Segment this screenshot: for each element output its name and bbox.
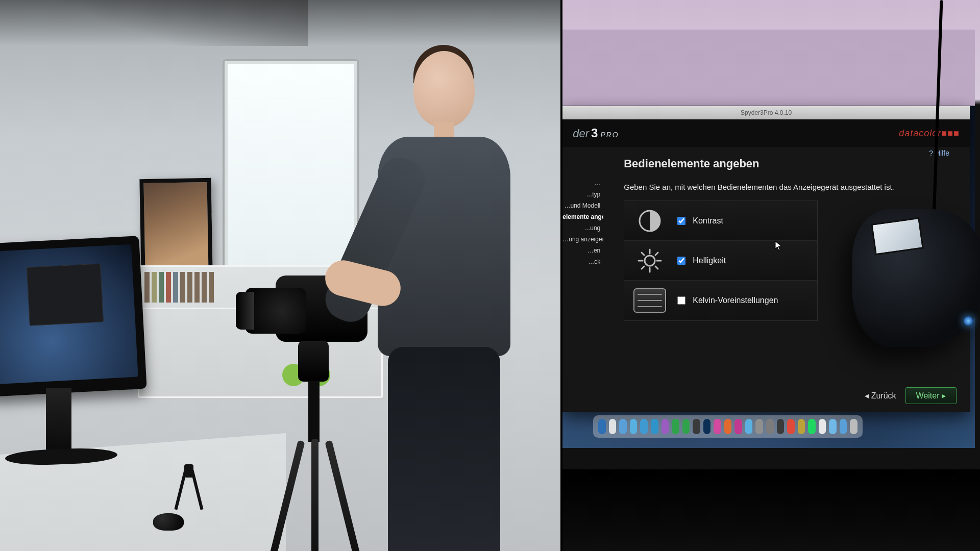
tripod-head [298, 341, 329, 382]
mouse [153, 513, 184, 531]
wizard-nav: ◂ Zurück Weiter ▸ [865, 387, 957, 404]
option-row-kelvin: Kelvin-Voreinstellungen [624, 281, 817, 320]
dock-app-icon[interactable] [630, 419, 638, 434]
kelvin-preset-icon [633, 287, 666, 314]
tripod-leg [263, 440, 305, 551]
option-row-kontrast: Kontrast [624, 201, 817, 241]
back-button[interactable]: ◂ Zurück [865, 391, 896, 400]
monitor-bottom-bezel [562, 469, 980, 551]
spyder-colorimeter [852, 209, 980, 347]
presenter [368, 51, 510, 546]
brand-suffix: PRO [600, 131, 619, 139]
controls-panel: Kontrast [624, 201, 818, 321]
dock-app-icon[interactable] [598, 419, 606, 434]
dock-app-icon[interactable] [693, 419, 700, 434]
svg-point-1 [645, 256, 655, 266]
dock-app-icon[interactable] [777, 419, 785, 434]
back-button-label: Zurück [871, 391, 896, 400]
wizard-step[interactable]: …ung [562, 222, 603, 234]
dock-app-icon[interactable] [724, 419, 732, 434]
kontrast-checkbox-input[interactable] [677, 217, 685, 225]
brand-number: 3 [591, 126, 598, 140]
wizard-step[interactable]: … [562, 178, 603, 189]
dock-app-icon[interactable] [734, 419, 742, 434]
next-button[interactable]: Weiter ▸ [905, 387, 957, 404]
kontrast-checkbox[interactable]: Kontrast [677, 216, 723, 226]
studio-photo [0, 0, 560, 551]
colorimeter-led-icon [964, 316, 973, 325]
kontrast-label: Kontrast [693, 216, 723, 226]
dock-app-icon[interactable] [745, 419, 753, 434]
dock-app-icon[interactable] [682, 419, 690, 434]
page-subtitle: Geben Sie an, mit welchen Bedienelemente… [624, 183, 949, 191]
dock-app-icon[interactable] [850, 419, 857, 434]
helligkeit-checkbox[interactable]: Helligkeit [677, 256, 726, 265]
helligkeit-checkbox-input[interactable] [677, 257, 685, 265]
tripod-leg [311, 439, 318, 551]
wizard-step[interactable]: …und Modell [562, 200, 603, 211]
mini-tripod [176, 464, 202, 510]
tripod-leg [325, 440, 366, 551]
dock-app-icon[interactable] [703, 419, 711, 434]
dock-app-icon[interactable] [651, 419, 658, 434]
app-brand: der 3 PRO [573, 126, 619, 140]
kelvin-label: Kelvin-Voreinstellungen [693, 296, 778, 305]
wizard-step[interactable]: elemente angeben [562, 211, 603, 222]
helligkeit-label: Helligkeit [693, 256, 726, 265]
tripod-column [308, 381, 320, 442]
dock-app-icon[interactable] [819, 419, 826, 434]
wizard-steps-sidebar: ……typ…und Modellelemente angeben…ung…ung… [562, 147, 603, 412]
dock-app-icon[interactable] [808, 419, 816, 434]
monitor-frame: Spyder3Pro 4.0.10 der 3 PRO datacolor■■■… [560, 0, 980, 551]
brand-prefix: der [573, 127, 589, 140]
dock-app-icon[interactable] [609, 419, 617, 434]
svg-line-9 [642, 266, 644, 269]
monitor-stand [46, 388, 71, 454]
svg-line-7 [655, 266, 658, 269]
brightness-icon [633, 247, 666, 274]
dock-app-icon[interactable] [619, 419, 627, 434]
vendor-logo: datacolor■■■ [899, 128, 960, 139]
colorimeter-sensor-window [871, 217, 924, 256]
monitor-app-window [27, 263, 104, 325]
monitor-base [5, 447, 118, 466]
help-link[interactable]: ? Hilfe [929, 149, 949, 157]
wizard-step[interactable]: …typ [562, 189, 603, 200]
dock-app-icon[interactable] [640, 419, 648, 434]
wizard-step[interactable]: …ung anzeigen [562, 234, 603, 245]
option-row-helligkeit: Helligkeit [624, 241, 817, 281]
dock-app-icon[interactable] [714, 419, 721, 434]
svg-line-6 [642, 253, 644, 255]
svg-line-8 [655, 253, 658, 255]
dock-app-icon[interactable] [829, 419, 837, 434]
dock-app-icon[interactable] [755, 419, 763, 434]
desktop-monitor [0, 240, 153, 474]
ceiling-corner [0, 0, 308, 46]
wizard-step[interactable]: …ck [562, 256, 603, 267]
dock-app-icon[interactable] [798, 419, 805, 434]
dock-app-icon[interactable] [840, 419, 847, 434]
wizard-step[interactable]: …en [562, 245, 603, 256]
dock-app-icon[interactable] [662, 419, 669, 434]
mac-dock[interactable] [593, 415, 863, 438]
dock-app-icon[interactable] [672, 419, 679, 434]
dock-app-icon[interactable] [766, 419, 774, 434]
monitor-closeup: Spyder3Pro 4.0.10 der 3 PRO datacolor■■■… [560, 0, 980, 551]
page-title: Bedienelemente angeben [624, 157, 949, 170]
app-header: der 3 PRO datacolor■■■ [562, 119, 970, 147]
next-button-label: Weiter [916, 391, 940, 400]
kelvin-checkbox-input[interactable] [677, 296, 685, 305]
kelvin-checkbox[interactable]: Kelvin-Voreinstellungen [677, 296, 778, 305]
contrast-icon [633, 207, 666, 235]
dock-app-icon[interactable] [787, 419, 795, 434]
camera-lens [245, 288, 306, 334]
window-titlebar[interactable]: Spyder3Pro 4.0.10 [562, 106, 970, 119]
